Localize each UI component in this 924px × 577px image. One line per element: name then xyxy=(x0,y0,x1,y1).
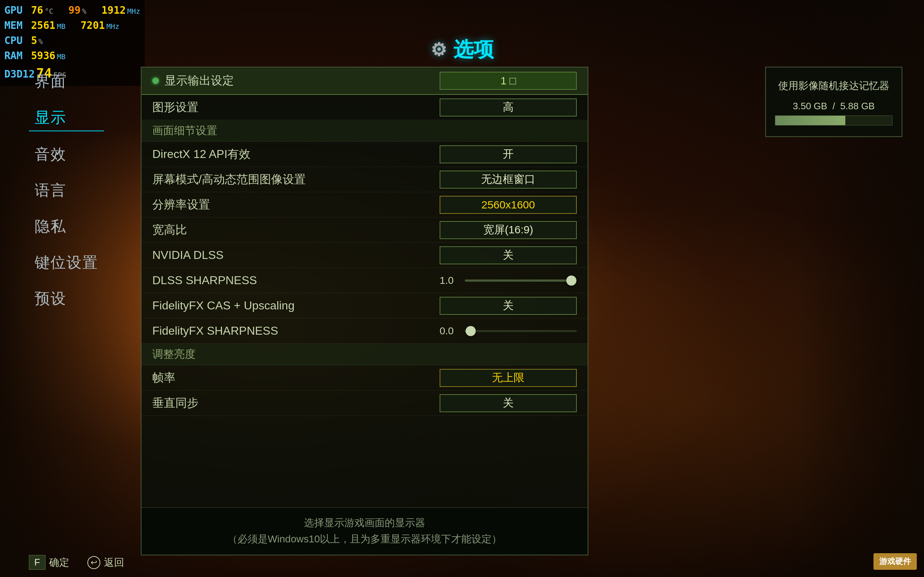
active-indicator xyxy=(152,77,159,84)
label-section-brightness: 调整亮度 xyxy=(152,347,577,362)
gpu-temp-val: 76 xyxy=(31,3,43,18)
mem-label: MEM xyxy=(4,18,30,33)
label-aspect: 宽高比 xyxy=(152,222,439,238)
gpu-usage-val: 99 xyxy=(69,3,81,18)
label-graphics: 图形设置 xyxy=(152,100,439,115)
dlss-sharpness-fill xyxy=(465,279,571,282)
cpu-unit: % xyxy=(39,36,43,47)
right-panel-title: 使用影像随机接达记忆器 xyxy=(775,78,893,93)
info-line1: 选择显示游戏画面的显示器 xyxy=(304,517,425,528)
row-graphics[interactable]: 图形设置 高 xyxy=(142,95,588,120)
sidebar-item-interface[interactable]: 界面 xyxy=(29,69,104,95)
bottom-controls: F 确定 ↩ 返回 xyxy=(29,555,124,570)
memory-bar-container xyxy=(775,115,893,126)
cpu-val: 5 xyxy=(31,33,37,48)
sidebar: 界面 显示 音效 语言 隐私 键位设置 预设 xyxy=(29,69,104,311)
fidelityfx-sharpness-thumb[interactable] xyxy=(465,326,476,336)
settings-panel: 显示输出设定 1 □ 图形设置 高 画面细节设置 DirectX 12 API有… xyxy=(141,67,588,555)
gpu-clock-val: 1912 xyxy=(102,3,126,18)
sidebar-item-presets[interactable]: 预设 xyxy=(29,285,104,311)
gpu-label: GPU xyxy=(4,3,30,18)
info-line2: （必须是Windows10以上，且为多重显示器环境下才能设定） xyxy=(228,533,502,545)
mem-clock-unit: MHz xyxy=(107,21,120,32)
sidebar-item-privacy[interactable]: 隐私 xyxy=(29,213,104,239)
confirm-label: 确定 xyxy=(49,556,69,569)
row-fidelityfx-sharpness[interactable]: FidelityFX SHARPNESS 0.0 xyxy=(142,318,588,344)
sidebar-item-audio[interactable]: 音效 xyxy=(29,141,104,167)
gpu-usage-unit: % xyxy=(82,6,86,16)
value-screen-mode[interactable]: 无边框窗口 xyxy=(439,171,577,189)
mem-row: MEM 2561 MB 7201 MHz xyxy=(4,18,141,33)
value-vsync[interactable]: 关 xyxy=(439,394,577,412)
label-dlss: NVIDIA DLSS xyxy=(152,248,439,262)
memory-bar-fill xyxy=(775,116,845,125)
value-framerate[interactable]: 无上限 xyxy=(439,369,577,387)
mem-clock-val: 7201 xyxy=(81,18,105,33)
confirm-control: F 确定 xyxy=(29,555,69,570)
fidelityfx-sharpness-track[interactable] xyxy=(465,330,577,332)
label-display-output: 显示输出设定 xyxy=(165,73,439,89)
settings-list: 显示输出设定 1 □ 图形设置 高 画面细节设置 DirectX 12 API有… xyxy=(142,68,588,508)
row-aspect[interactable]: 宽高比 宽屏(16:9) xyxy=(142,218,588,243)
mem-unit: MB xyxy=(57,21,65,32)
dlss-sharpness-track[interactable] xyxy=(465,279,577,282)
row-fidelityfx-cas[interactable]: FidelityFX CAS + Upscaling 关 xyxy=(142,293,588,318)
gpu-temp-unit: °C xyxy=(45,6,53,16)
row-section-brightness: 调整亮度 xyxy=(142,344,588,365)
back-label: 返回 xyxy=(104,556,124,569)
back-control[interactable]: ↩ 返回 xyxy=(87,556,124,569)
sidebar-item-display[interactable]: 显示 xyxy=(29,105,104,131)
ram-row: RAM 5936 MB xyxy=(4,48,141,63)
dlss-sharpness-thumb[interactable] xyxy=(566,276,577,285)
ram-unit: MB xyxy=(57,51,65,62)
info-bar: 选择显示游戏画面的显示器 （必须是Windows10以上，且为多重显示器环境下才… xyxy=(142,508,588,554)
label-screen-mode: 屏幕模式/高动态范围图像设置 xyxy=(152,172,439,187)
cpu-row: CPU 5 % xyxy=(4,33,141,48)
sidebar-item-keybindings[interactable]: 键位设置 xyxy=(29,250,104,276)
back-icon: ↩ xyxy=(87,556,100,569)
label-resolution: 分辨率设置 xyxy=(152,197,439,213)
dlss-sharpness-val: 1.0 xyxy=(439,275,458,286)
gpu-clock-unit: MHz xyxy=(127,6,140,16)
row-vsync[interactable]: 垂直同步 关 xyxy=(142,390,588,416)
row-dlss[interactable]: NVIDIA DLSS 关 xyxy=(142,243,588,268)
row-section-detail: 画面细节设置 xyxy=(142,120,588,142)
page-title-container: ⚙ 选项 xyxy=(431,36,494,63)
row-resolution[interactable]: 分辨率设置 2560x1600 xyxy=(142,192,588,218)
dlss-sharpness-slider[interactable]: 1.0 xyxy=(439,275,577,286)
label-fidelityfx-cas: FidelityFX CAS + Upscaling xyxy=(152,299,439,312)
row-screen-mode[interactable]: 屏幕模式/高动态范围图像设置 无边框窗口 xyxy=(142,167,588,192)
memory-text: 3.50 GB / 5.88 GB xyxy=(775,101,893,112)
fidelityfx-sharpness-val: 0.0 xyxy=(439,325,458,337)
row-dx12[interactable]: DirectX 12 API有效 开 xyxy=(142,142,588,167)
fidelityfx-sharpness-slider[interactable]: 0.0 xyxy=(439,325,577,337)
ram-val: 5936 xyxy=(31,48,55,63)
memory-used: 3.50 GB xyxy=(793,101,827,111)
label-fidelityfx-sharpness: FidelityFX SHARPNESS xyxy=(152,324,439,338)
sidebar-item-language[interactable]: 语言 xyxy=(29,177,104,203)
mem-val: 2561 xyxy=(31,18,55,33)
value-display-output[interactable]: 1 □ xyxy=(439,72,577,90)
value-dlss[interactable]: 关 xyxy=(439,246,577,264)
row-dlss-sharpness[interactable]: DLSS SHARPNESS 1.0 xyxy=(142,268,588,293)
label-dx12: DirectX 12 API有效 xyxy=(152,147,439,162)
memory-total: 5.88 GB xyxy=(840,101,874,111)
row-framerate[interactable]: 帧率 无上限 xyxy=(142,365,588,390)
value-graphics[interactable]: 高 xyxy=(439,98,577,116)
label-framerate: 帧率 xyxy=(152,370,439,386)
confirm-key: F xyxy=(29,555,45,570)
value-resolution[interactable]: 2560x1600 xyxy=(439,196,577,214)
watermark: 游戏硬件 xyxy=(874,553,917,570)
label-vsync: 垂直同步 xyxy=(152,395,439,411)
label-dlss-sharpness: DLSS SHARPNESS xyxy=(152,274,439,287)
cpu-label: CPU xyxy=(4,33,30,48)
value-aspect[interactable]: 宽屏(16:9) xyxy=(439,221,577,239)
label-section-detail: 画面细节设置 xyxy=(152,123,577,138)
value-dx12[interactable]: 开 xyxy=(439,145,577,163)
ram-label: RAM xyxy=(4,48,30,63)
watermark-text: 游戏硬件 xyxy=(879,557,911,566)
gear-icon: ⚙ xyxy=(431,39,447,60)
page-title: 选项 xyxy=(453,36,494,63)
value-fidelityfx-cas[interactable]: 关 xyxy=(439,297,577,315)
row-display-output[interactable]: 显示输出设定 1 □ xyxy=(142,68,588,95)
